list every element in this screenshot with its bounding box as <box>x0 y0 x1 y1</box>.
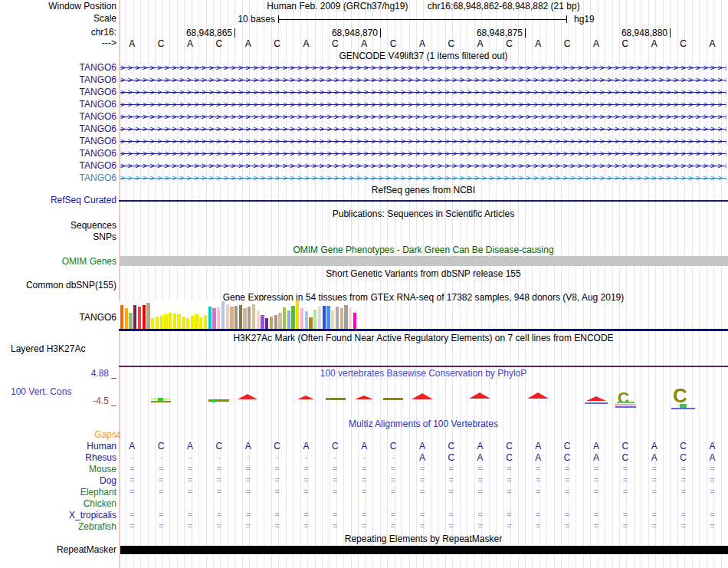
gtex-bar[interactable] <box>138 307 141 329</box>
species-label-chicken[interactable]: Chicken <box>0 498 116 509</box>
refseq-gene-line[interactable] <box>119 200 728 202</box>
gencode-item-label[interactable]: TANGO6 <box>0 99 116 110</box>
gtex-bar[interactable] <box>300 308 303 329</box>
species-label-elephant[interactable]: Elephant <box>0 487 116 497</box>
gtex-bar[interactable] <box>208 307 212 329</box>
gencode-item-label[interactable]: TANGO6 <box>0 136 116 146</box>
gtex-bar[interactable] <box>129 313 132 329</box>
gtex-bar[interactable] <box>177 314 180 329</box>
gtex-bar[interactable] <box>160 316 163 329</box>
ruler-tick-label: 68,948,875 <box>463 28 523 38</box>
gtex-bar[interactable] <box>169 313 172 329</box>
omim-genes-label[interactable]: OMIM Genes <box>0 257 116 267</box>
species-label-zebrafish[interactable]: Zebrafish <box>0 521 116 532</box>
gencode-transcript[interactable]: >>>>>>>>>>>>>>>>>>>>>>>>>>>>>>>>>>>>>>>>… <box>120 62 726 74</box>
gtex-gene-label[interactable]: TANGO6 <box>0 313 116 323</box>
gtex-bar[interactable] <box>143 305 146 329</box>
gtex-bar[interactable] <box>248 307 251 329</box>
gtex-bar[interactable] <box>204 315 207 329</box>
gtex-bar[interactable] <box>243 308 246 329</box>
gtex-bar[interactable] <box>217 307 220 329</box>
gtex-bar[interactable] <box>239 305 242 329</box>
species-label-rhesus[interactable]: Rhesus <box>0 452 116 463</box>
gtex-bar[interactable] <box>296 300 299 329</box>
gtex-bar[interactable] <box>313 310 316 329</box>
gencode-transcript[interactable]: >>>>>>>>>>>>>>>>>>>>>>>>>>>>>>>>>>>>>>>>… <box>120 172 726 184</box>
dbsnp-label[interactable]: Common dbSNP(155) <box>0 281 116 291</box>
species-label-x_tropicalis[interactable]: X_tropicalis <box>0 510 116 520</box>
gtex-bar[interactable] <box>336 307 339 329</box>
gtex-bar[interactable] <box>353 313 356 329</box>
gtex-bar[interactable] <box>226 304 229 329</box>
gtex-bar[interactable] <box>173 314 176 329</box>
gencode-item-label[interactable]: TANGO6 <box>0 160 116 171</box>
gencode-item-label[interactable]: TANGO6 <box>0 148 116 159</box>
gtex-bar[interactable] <box>186 318 189 329</box>
alignment-cell: = <box>645 510 664 519</box>
species-label-human[interactable]: Human <box>0 441 116 451</box>
gtex-bar[interactable] <box>349 307 352 329</box>
gencode-item-label[interactable]: TANGO6 <box>0 123 116 134</box>
gtex-bar[interactable] <box>151 318 154 329</box>
gencode-item-label[interactable]: TANGO6 <box>0 74 116 85</box>
gencode-transcript[interactable]: >>>>>>>>>>>>>>>>>>>>>>>>>>>>>>>>>>>>>>>>… <box>120 136 726 147</box>
gtex-bar[interactable] <box>230 307 233 329</box>
gtex-bar[interactable] <box>309 317 312 329</box>
gtex-bar[interactable] <box>182 317 185 329</box>
gencode-transcript[interactable]: >>>>>>>>>>>>>>>>>>>>>>>>>>>>>>>>>>>>>>>>… <box>120 111 726 123</box>
alignment-cell: = <box>326 464 344 473</box>
gencode-transcript[interactable]: >>>>>>>>>>>>>>>>>>>>>>>>>>>>>>>>>>>>>>>>… <box>120 160 726 172</box>
gtex-bar[interactable] <box>252 304 255 329</box>
gaps-row-label[interactable]: Gaps <box>0 430 116 440</box>
gencode-transcript[interactable]: >>>>>>>>>>>>>>>>>>>>>>>>>>>>>>>>>>>>>>>>… <box>120 74 726 86</box>
species-label-dog[interactable]: Dog <box>0 475 116 486</box>
gtex-bar[interactable] <box>274 315 277 329</box>
gencode-transcript[interactable]: >>>>>>>>>>>>>>>>>>>>>>>>>>>>>>>>>>>>>>>>… <box>120 99 726 110</box>
gencode-item-label[interactable]: TANGO6 <box>0 62 116 73</box>
gtex-bar[interactable] <box>146 303 149 329</box>
gtex-bar[interactable] <box>278 313 281 329</box>
h3k27ac-label[interactable]: Layered H3K27Ac <box>11 344 85 354</box>
gtex-bar[interactable] <box>323 306 326 329</box>
gencode-item-label[interactable]: TANGO6 <box>0 111 116 122</box>
gtex-bar[interactable] <box>156 317 159 329</box>
gtex-bar[interactable] <box>265 318 268 329</box>
gtex-bar[interactable] <box>257 310 260 329</box>
gtex-bar[interactable] <box>221 301 225 329</box>
omim-gene-bar[interactable] <box>120 256 728 266</box>
gtex-bar[interactable] <box>283 307 286 329</box>
phylop-logo-letter: C <box>673 386 687 405</box>
gtex-bar[interactable] <box>291 306 294 329</box>
gtex-bar[interactable] <box>340 308 343 329</box>
gtex-bar[interactable] <box>326 306 330 329</box>
gtex-bar[interactable] <box>199 317 202 329</box>
gtex-bar[interactable] <box>344 305 347 329</box>
gtex-bar[interactable] <box>261 315 264 329</box>
gtex-bar[interactable] <box>164 314 167 329</box>
snps-label[interactable]: SNPs <box>0 232 116 242</box>
repeatmasker-bar[interactable] <box>120 546 728 554</box>
base-letter: A <box>355 38 373 49</box>
gtex-bar[interactable] <box>120 305 123 329</box>
gtex-bar[interactable] <box>318 307 321 329</box>
refseq-curated-label[interactable]: RefSeq Curated <box>0 195 116 205</box>
gencode-transcript[interactable]: >>>>>>>>>>>>>>>>>>>>>>>>>>>>>>>>>>>>>>>>… <box>120 148 726 159</box>
gtex-bar[interactable] <box>125 308 128 329</box>
gtex-bar[interactable] <box>212 308 215 329</box>
repeatmasker-label[interactable]: RepeatMasker <box>0 545 116 555</box>
alignment-cell: C <box>674 452 693 463</box>
gtex-bar[interactable] <box>133 305 136 329</box>
gtex-bar[interactable] <box>305 311 308 329</box>
gencode-item-label[interactable]: TANGO6 <box>0 172 116 183</box>
gencode-item-label[interactable]: TANGO6 <box>0 87 116 97</box>
gtex-bar[interactable] <box>270 317 273 329</box>
gtex-bar[interactable] <box>331 310 334 329</box>
species-label-mouse[interactable]: Mouse <box>0 464 116 474</box>
gtex-bar[interactable] <box>195 314 198 329</box>
gencode-transcript[interactable]: >>>>>>>>>>>>>>>>>>>>>>>>>>>>>>>>>>>>>>>>… <box>120 87 726 98</box>
gtex-bar[interactable] <box>287 310 290 329</box>
sequences-label[interactable]: Sequences <box>0 221 116 231</box>
gtex-bar[interactable] <box>191 316 194 329</box>
gencode-transcript[interactable]: >>>>>>>>>>>>>>>>>>>>>>>>>>>>>>>>>>>>>>>>… <box>120 123 726 135</box>
gtex-bar[interactable] <box>234 306 238 329</box>
